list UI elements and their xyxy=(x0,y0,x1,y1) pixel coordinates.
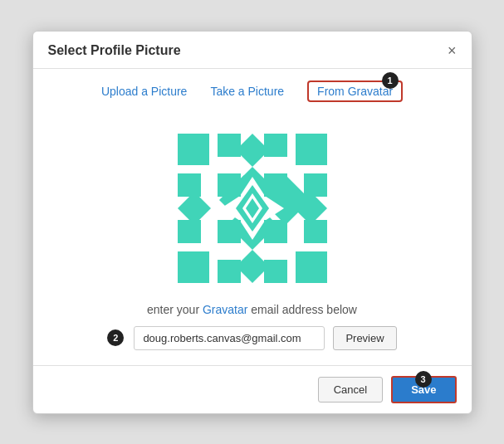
preview-button[interactable]: Preview xyxy=(333,326,396,350)
select-profile-picture-dialog: Select Profile Picture × Upload a Pictur… xyxy=(32,31,472,414)
dialog-title: Select Profile Picture xyxy=(48,43,181,58)
svg-rect-16 xyxy=(304,220,327,243)
step-badge-1: 1 xyxy=(382,72,399,89)
step-badge-2: 2 xyxy=(107,329,124,346)
cancel-button[interactable]: Cancel xyxy=(318,377,383,403)
svg-rect-2 xyxy=(296,134,327,165)
gravatar-link[interactable]: Gravatar xyxy=(203,303,247,316)
svg-rect-9 xyxy=(218,134,241,157)
step-badge-3: 3 xyxy=(415,371,432,388)
svg-rect-28 xyxy=(218,173,241,197)
close-button[interactable]: × xyxy=(448,43,457,58)
svg-rect-12 xyxy=(264,260,287,283)
svg-rect-1 xyxy=(178,134,209,165)
svg-rect-3 xyxy=(178,251,209,283)
tabs-container: Upload a Picture Take a Picture 1 From G… xyxy=(33,69,472,110)
email-input[interactable] xyxy=(134,326,325,350)
svg-rect-11 xyxy=(218,260,241,283)
email-row: 2 Preview xyxy=(33,326,472,350)
svg-rect-4 xyxy=(296,251,327,283)
dialog-footer: 3 Cancel Save xyxy=(33,365,472,413)
tab-upload[interactable]: Upload a Picture xyxy=(101,85,188,98)
svg-rect-31 xyxy=(264,220,287,243)
svg-rect-13 xyxy=(178,173,201,197)
svg-rect-15 xyxy=(304,173,327,197)
instruction-before: enter your xyxy=(147,303,203,316)
gravatar-pattern xyxy=(169,125,335,291)
svg-rect-30 xyxy=(218,220,241,243)
dialog-header: Select Profile Picture × xyxy=(33,32,472,69)
svg-rect-10 xyxy=(264,134,287,157)
instruction-text: enter your Gravatar email address below xyxy=(33,303,472,316)
svg-rect-29 xyxy=(264,173,287,197)
gravatar-image-area xyxy=(33,110,472,303)
svg-rect-14 xyxy=(178,220,201,243)
tab-take-picture[interactable]: Take a Picture xyxy=(210,85,284,98)
instruction-after: email address below xyxy=(247,303,357,316)
